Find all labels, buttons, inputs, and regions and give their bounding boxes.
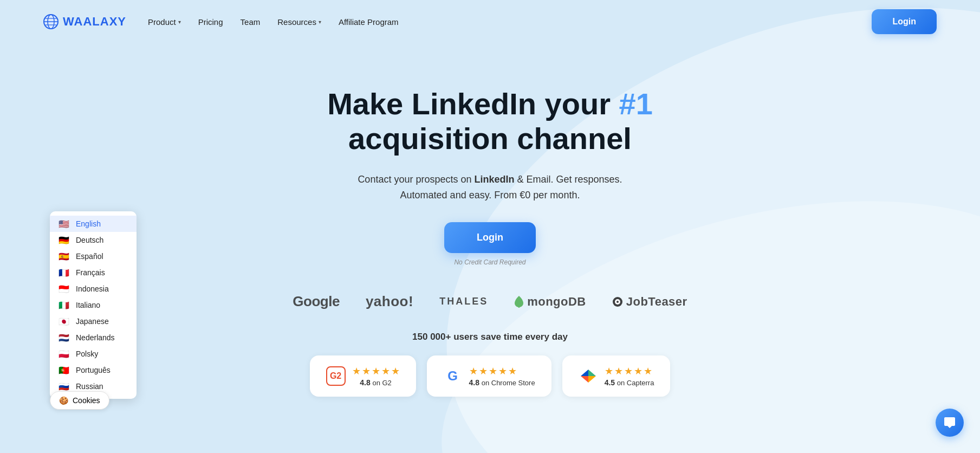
lang-nederlands-label: Nederlands <box>76 333 115 342</box>
lang-japanese-label: Japanese <box>76 317 109 326</box>
nav-affiliate-label: Affiliate Program <box>339 17 399 27</box>
thales-logo: THALES <box>439 296 488 307</box>
google-logo: Google <box>293 293 340 310</box>
jobteaser-icon <box>612 296 623 307</box>
svg-point-11 <box>616 301 619 303</box>
rating-card-capterra: ★ ★ ★ ★ ★ 4.5 on Capterra <box>562 355 671 397</box>
cookies-button[interactable]: 🍪 Cookies <box>50 391 109 410</box>
chat-icon <box>943 416 956 429</box>
capterra-icon <box>579 366 598 386</box>
lang-polsky-label: Polsky <box>76 350 98 358</box>
nav-links: Product ▾ Pricing Team Resources ▾ Affil… <box>148 17 399 27</box>
no-credit-card-text: No Credit Card Required <box>454 258 525 266</box>
hero-subtitle-start: Contact your prospects on <box>358 174 474 185</box>
lang-english-label: English <box>76 219 101 228</box>
lang-indonesia[interactable]: 🇮🇩 Indonesia <box>50 281 137 297</box>
flag-francais: 🇫🇷 <box>59 269 70 277</box>
hero-login-button[interactable]: Login <box>444 222 536 253</box>
mongodb-icon <box>514 296 524 308</box>
logo-text: WAALAXY <box>63 15 126 29</box>
hero-title-start: Make LinkedIn your <box>327 87 619 121</box>
cookie-icon: 🍪 <box>59 396 68 405</box>
flag-espanol: 🇪🇸 <box>59 253 70 261</box>
hero-subtitle-linkedin: LinkedIn <box>475 174 515 185</box>
lang-italiano-label: Italiano <box>76 301 100 309</box>
hero-title-accent: #1 <box>619 87 653 121</box>
lang-polsky[interactable]: 🇵🇱 Polsky <box>50 346 137 362</box>
chrome-rating-info: ★ ★ ★ ★ ★ 4.8 on Chrome Store <box>469 365 535 387</box>
nav-team[interactable]: Team <box>241 17 261 27</box>
flag-italiano: 🇮🇹 <box>59 301 70 309</box>
navbar-left: WAALAXY Product ▾ Pricing Team Resources… <box>43 14 399 29</box>
language-dropdown: 🇺🇸 English 🇩🇪 Deutsch 🇪🇸 Español 🇫🇷 Fran… <box>50 211 137 399</box>
rating-card-g2: G2 ★ ★ ★ ★ ★ 4.8 on G2 <box>310 355 416 397</box>
resources-chevron-icon: ▾ <box>319 19 321 25</box>
lang-deutsch[interactable]: 🇩🇪 Deutsch <box>50 232 137 248</box>
nav-product-label: Product <box>148 17 176 27</box>
hero-title-end: acquisition channel <box>348 121 632 156</box>
chat-button[interactable] <box>936 409 964 437</box>
hero-cta-group: Login No Credit Card Required <box>444 222 536 266</box>
jobteaser-logo: JobTeaser <box>612 295 687 309</box>
hero-section: Make LinkedIn your #1 acquisition channe… <box>0 43 980 397</box>
chrome-stars: ★ ★ ★ ★ ★ <box>469 365 535 377</box>
lang-deutsch-label: Deutsch <box>76 236 103 244</box>
users-count: 150 000+ users save time every day <box>412 332 568 342</box>
g2-rating-info: ★ ★ ★ ★ ★ 4.8 on G2 <box>352 365 400 387</box>
hero-title: Make LinkedIn your #1 acquisition channe… <box>246 87 734 157</box>
navbar: WAALAXY Product ▾ Pricing Team Resources… <box>0 0 980 43</box>
lang-portugues-label: Português <box>76 366 111 374</box>
flag-deutsch: 🇩🇪 <box>59 236 70 244</box>
nav-pricing-label: Pricing <box>198 17 223 27</box>
flag-portugues: 🇵🇹 <box>59 366 70 374</box>
yahoo-logo: yahoo! <box>366 293 413 310</box>
g2-stars: ★ ★ ★ ★ ★ <box>352 365 400 377</box>
lang-russian-label: Russian <box>76 382 103 391</box>
rating-card-chrome: G ★ ★ ★ ★ ★ 4.8 on Chrome Store <box>427 355 551 397</box>
hero-subtitle: Contact your prospects on LinkedIn & Ema… <box>358 172 622 203</box>
lang-francais[interactable]: 🇫🇷 Français <box>50 264 137 281</box>
lang-english[interactable]: 🇺🇸 English <box>50 216 137 232</box>
flag-polsky: 🇵🇱 <box>59 350 70 358</box>
mongodb-logo: mongoDB <box>514 295 586 309</box>
cookies-label: Cookies <box>73 396 100 405</box>
nav-resources-label: Resources <box>277 17 316 27</box>
g2-icon: G2 <box>326 366 346 386</box>
nav-resources[interactable]: Resources ▾ <box>277 17 321 27</box>
flag-russian: 🇷🇺 <box>59 383 70 391</box>
flag-nederlands: 🇳🇱 <box>59 334 70 342</box>
flag-japanese: 🇯🇵 <box>59 318 70 326</box>
flag-indonesia: 🇮🇩 <box>59 285 70 293</box>
nav-pricing[interactable]: Pricing <box>198 17 223 27</box>
flag-english: 🇺🇸 <box>59 220 70 228</box>
hero-subtitle-line2: Automated and easy. From €0 per month. <box>400 190 580 200</box>
brands-section: Google yahoo! THALES mongoDB JobTeaser <box>293 293 687 310</box>
nav-affiliate[interactable]: Affiliate Program <box>339 17 399 27</box>
lang-espanol[interactable]: 🇪🇸 Español <box>50 248 137 264</box>
nav-team-label: Team <box>241 17 261 27</box>
lang-portugues[interactable]: 🇵🇹 Português <box>50 362 137 378</box>
product-chevron-icon: ▾ <box>178 19 181 25</box>
globe-icon <box>43 14 59 29</box>
lang-indonesia-label: Indonesia <box>76 284 109 293</box>
hero-subtitle-end: & Email. Get responses. <box>515 174 622 185</box>
logo[interactable]: WAALAXY <box>43 14 126 29</box>
chrome-label: 4.8 on Chrome Store <box>469 378 535 387</box>
lang-italiano[interactable]: 🇮🇹 Italiano <box>50 297 137 313</box>
ratings-section: G2 ★ ★ ★ ★ ★ 4.8 on G2 G ★ ★ ★ ★ <box>310 355 671 397</box>
google-g-icon: G <box>443 366 463 386</box>
g2-label: 4.8 on G2 <box>352 378 400 387</box>
lang-espanol-label: Español <box>76 252 103 261</box>
navbar-login-button[interactable]: Login <box>872 9 937 34</box>
nav-product[interactable]: Product ▾ <box>148 17 181 27</box>
capterra-stars: ★ ★ ★ ★ ★ <box>605 365 654 377</box>
lang-francais-label: Français <box>76 268 105 277</box>
lang-nederlands[interactable]: 🇳🇱 Nederlands <box>50 329 137 346</box>
capterra-rating-info: ★ ★ ★ ★ ★ 4.5 on Capterra <box>605 365 654 387</box>
capterra-label: 4.5 on Capterra <box>605 378 654 387</box>
lang-japanese[interactable]: 🇯🇵 Japanese <box>50 313 137 329</box>
